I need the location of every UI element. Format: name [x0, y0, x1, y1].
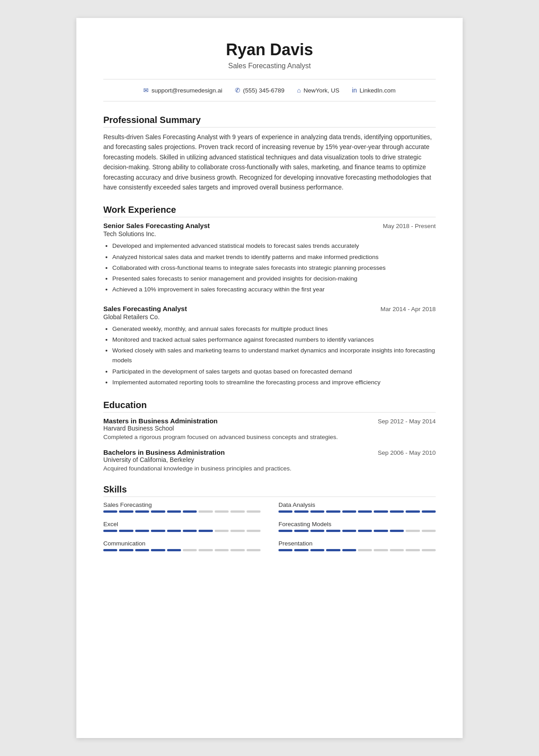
email-value: support@resumedesign.ai	[151, 87, 222, 94]
job-item-1: Sales Forecasting Analyst Mar 2014 - Apr…	[103, 305, 436, 388]
edu-school: Harvard Business School	[103, 425, 436, 432]
job-dates: May 2018 - Present	[383, 223, 436, 229]
skill-segment	[374, 549, 388, 551]
skill-name: Data Analysis	[278, 501, 436, 508]
skill-segment	[342, 510, 356, 513]
skill-segment	[422, 530, 436, 532]
skill-item-1: Data Analysis	[278, 501, 436, 513]
resume-container: Ryan Davis Sales Forecasting Analyst ✉ s…	[76, 18, 463, 738]
skill-segment	[278, 510, 292, 513]
skill-segment	[230, 549, 244, 551]
experience-title: Work Experience	[103, 205, 436, 217]
phone-value: (555) 345-6789	[243, 87, 284, 94]
skill-bar	[278, 510, 436, 513]
skill-segment	[326, 549, 340, 551]
resume-header: Ryan Davis Sales Forecasting Analyst	[103, 40, 436, 70]
skill-segment	[135, 510, 149, 513]
skill-segment	[294, 530, 308, 532]
skill-segment	[103, 510, 117, 513]
linkedin-icon: in	[352, 87, 357, 94]
skill-bar	[278, 530, 436, 532]
skill-name: Excel	[103, 521, 261, 527]
email-icon: ✉	[143, 87, 149, 94]
skill-segment	[167, 530, 181, 532]
edu-degree: Bachelors in Business Administration	[103, 448, 225, 456]
skill-segment	[247, 530, 261, 532]
skill-segment	[167, 549, 181, 551]
job-header: Sales Forecasting Analyst Mar 2014 - Apr…	[103, 305, 436, 312]
skill-segment	[199, 549, 212, 551]
contact-bar: ✉ support@resumedesign.ai ✆ (555) 345-67…	[103, 79, 436, 101]
education-section: Education Masters in Business Administra…	[103, 400, 436, 472]
edu-school: University of California, Berkeley	[103, 456, 436, 463]
skill-segment	[183, 549, 197, 551]
phone-icon: ✆	[235, 87, 240, 94]
skills-grid: Sales Forecasting Data Analysis Excel Fo…	[103, 501, 436, 553]
skill-segment	[215, 530, 229, 532]
job-title: Sales Forecasting Analyst	[103, 305, 187, 312]
edu-header: Bachelors in Business Administration Sep…	[103, 448, 436, 456]
contact-email: ✉ support@resumedesign.ai	[143, 87, 222, 94]
skill-bar	[103, 549, 261, 551]
skill-segment	[230, 510, 244, 513]
skill-segment	[358, 549, 372, 551]
candidate-name: Ryan Davis	[103, 40, 436, 59]
skill-bar	[103, 530, 261, 532]
skill-segment	[278, 530, 292, 532]
skill-segment	[294, 510, 308, 513]
skill-segment	[215, 549, 229, 551]
skill-segment	[119, 510, 133, 513]
skill-segment	[278, 549, 292, 551]
skill-name: Presentation	[278, 540, 436, 547]
skill-segment	[422, 549, 436, 551]
skill-name: Sales Forecasting	[103, 501, 261, 508]
skill-segment	[390, 510, 404, 513]
skill-segment	[342, 549, 356, 551]
skill-segment	[103, 549, 117, 551]
skill-segment	[119, 530, 133, 532]
skills-section: Skills Sales Forecasting Data Analysis E…	[103, 484, 436, 553]
skill-bar	[103, 510, 261, 513]
bullet-item: Implemented automated reporting tools to…	[112, 378, 436, 387]
skill-segment	[310, 530, 324, 532]
skill-segment	[326, 530, 340, 532]
skill-segment	[406, 549, 420, 551]
skill-segment	[358, 510, 372, 513]
contact-phone: ✆ (555) 345-6789	[235, 87, 284, 94]
skill-segment	[310, 549, 324, 551]
bullet-item: Developed and implemented advanced stati…	[112, 241, 436, 251]
bullet-item: Collaborated with cross-functional teams…	[112, 263, 436, 273]
summary-text: Results-driven Sales Forecasting Analyst…	[103, 132, 436, 192]
jobs-list: Senior Sales Forecasting Analyst May 201…	[103, 222, 436, 387]
skill-segment	[230, 530, 244, 532]
skill-segment	[247, 510, 261, 513]
skill-segment	[103, 530, 117, 532]
education-item-1: Bachelors in Business Administration Sep…	[103, 448, 436, 472]
job-bullets: Developed and implemented advanced stati…	[103, 241, 436, 294]
skill-item-2: Excel	[103, 521, 261, 532]
skill-segment	[183, 510, 197, 513]
edu-desc: Completed a rigorous program focused on …	[103, 434, 436, 440]
skill-segment	[199, 530, 212, 532]
experience-section: Work Experience Senior Sales Forecasting…	[103, 205, 436, 387]
bullet-item: Monitored and tracked actual sales perfo…	[112, 335, 436, 345]
bullet-item: Achieved a 10% improvement in sales fore…	[112, 285, 436, 294]
skill-name: Communication	[103, 540, 261, 547]
skill-item-0: Sales Forecasting	[103, 501, 261, 513]
skill-segment	[119, 549, 133, 551]
job-bullets: Generated weekly, monthly, and annual sa…	[103, 324, 436, 388]
summary-section: Professional Summary Results-driven Sale…	[103, 115, 436, 192]
skill-segment	[135, 530, 149, 532]
education-title: Education	[103, 400, 436, 413]
skill-segment	[326, 510, 340, 513]
skill-segment	[135, 549, 149, 551]
contact-location: ⌂ NewYork, US	[297, 87, 339, 94]
skill-item-3: Forecasting Models	[278, 521, 436, 532]
skill-segment	[342, 530, 356, 532]
skill-segment	[390, 530, 404, 532]
skills-title: Skills	[103, 484, 436, 497]
edu-dates: Sep 2012 - May 2014	[378, 418, 436, 425]
bullet-item: Presented sales forecasts to senior mana…	[112, 274, 436, 284]
summary-title: Professional Summary	[103, 115, 436, 127]
edu-dates: Sep 2006 - May 2010	[378, 449, 436, 456]
